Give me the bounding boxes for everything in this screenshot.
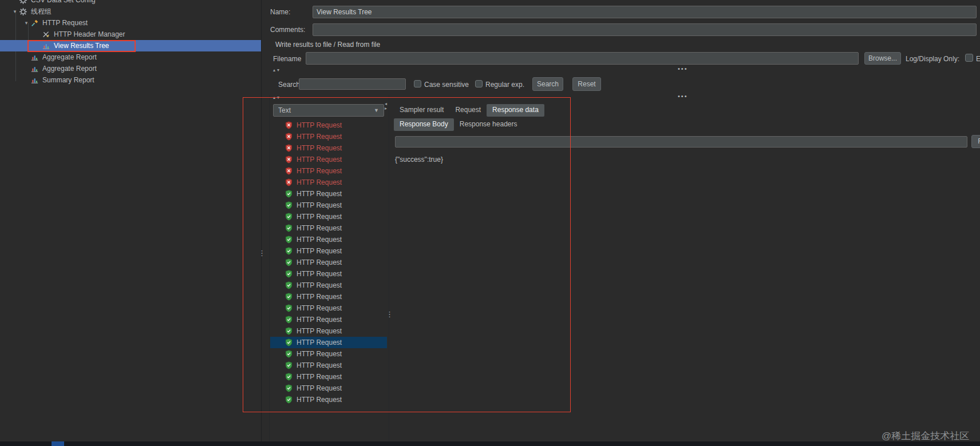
chevron-down-icon: ▼ [374,107,379,113]
shield-ok-icon [285,316,293,324]
subtab-response-headers[interactable]: Response headers [454,118,523,131]
result-item[interactable]: HTTP Request [270,154,387,165]
search-button[interactable]: Search [532,77,563,91]
subtab-response-body[interactable]: Response Body [394,118,454,131]
tree-item-label: Summary Report [42,76,94,84]
tree-item-http-request[interactable]: ▾HTTP Request [0,17,261,29]
results-panel-border [269,95,270,441]
result-item-label: HTTP Request [297,201,342,209]
result-item[interactable]: HTTP Request [270,211,387,222]
result-item[interactable]: HTTP Request [270,222,387,234]
write-results-section-label: Write results to file / Read from file [275,41,380,49]
result-item-label: HTTP Request [297,190,342,198]
result-item-label: HTTP Request [297,327,342,335]
browse-button[interactable]: Browse... [864,52,901,65]
sampler-icon [31,19,39,27]
errors-checkbox[interactable] [965,54,973,62]
result-item[interactable]: HTTP Request [270,280,387,291]
result-item-label: HTTP Request [297,361,342,369]
result-item[interactable]: HTTP Request [270,348,387,360]
tree-item-label: View Results Tree [54,42,109,50]
result-item[interactable]: HTTP Request [270,142,387,154]
shield-ok-icon [285,384,293,393]
splitter-handle-dots[interactable]: ••• [678,93,688,99]
result-item[interactable]: HTTP Request [270,371,387,383]
reset-button[interactable]: Reset [572,77,601,91]
result-item-label: HTTP Request [297,396,342,404]
result-item[interactable]: HTTP Request [270,337,387,348]
name-input[interactable] [313,6,977,18]
shield-ok-icon [285,361,293,370]
main-splitter-grip-icon[interactable]: ⋮ [258,250,266,256]
tree-item-label: CSV Data Set Config [31,0,96,4]
main-splitter[interactable] [261,0,262,441]
tree-item-http-header-manager[interactable]: HTTP Header Manager [0,29,261,40]
result-item[interactable]: HTTP Request [270,177,387,188]
chevron-down-icon[interactable]: ▾ [22,20,31,26]
tree-item-summary-report[interactable]: Summary Report [0,74,261,86]
result-item[interactable]: HTTP Request [270,268,387,280]
result-item[interactable]: HTTP Request [270,188,387,200]
result-item[interactable]: HTTP Request [270,120,387,131]
shield-ok-icon [285,224,293,233]
tree-item-csv-data-set-config[interactable]: CSV Data Set Config [0,0,261,6]
result-item[interactable]: HTTP Request [270,383,387,394]
result-item[interactable]: HTTP Request [270,360,387,371]
result-item-label: HTTP Request [297,258,342,266]
result-item[interactable]: HTTP Request [270,291,387,302]
shield-ok-icon [285,373,293,381]
result-item-label: HTTP Request [297,133,342,141]
tree-item-view-results-tree[interactable]: View Results Tree [0,40,261,51]
shield-error-icon [285,156,293,164]
search-input[interactable] [299,78,406,90]
result-item[interactable]: HTTP Request [270,165,387,177]
shield-ok-icon [285,350,293,359]
tree-item-aggregate-report[interactable]: Aggregate Report [0,63,261,74]
shield-error-icon [285,144,293,153]
result-item[interactable]: HTTP Request [270,234,387,245]
shield-ok-icon [285,304,293,313]
result-item[interactable]: HTTP Request [270,394,387,405]
result-item[interactable]: HTTP Request [270,325,387,337]
shield-ok-icon [285,281,293,290]
tab-request[interactable]: Request [449,104,487,117]
results-filter-dropdown[interactable]: Text ▼ [273,104,384,117]
result-item-label: HTTP Request [297,247,342,255]
response-main-tabs: Sampler resultRequestResponse data [394,104,544,117]
response-search-input[interactable] [395,136,967,148]
response-body-text: {"success":true} [395,156,443,164]
tree-item-aggregate-report[interactable]: Aggregate Report [0,51,261,63]
header-manager-icon [42,30,51,38]
case-sensitive-label: Case sensitive [424,81,469,89]
result-item-label: HTTP Request [297,144,342,152]
chart-icon [31,65,39,73]
result-item[interactable]: HTTP Request [270,314,387,325]
result-item[interactable]: HTTP Request [270,257,387,268]
results-splitter[interactable] [389,95,389,441]
comments-input[interactable] [313,23,977,36]
splitter-collapse-icons[interactable]: ▴▾ [273,67,281,73]
shield-error-icon [285,178,293,187]
regular-exp-label: Regular exp. [485,81,524,89]
filename-input[interactable] [306,52,859,65]
result-item-label: HTTP Request [297,270,342,278]
splitter-collapse-icons[interactable]: ▴▾ [273,95,281,100]
chevron-down-icon[interactable]: ▾ [10,9,19,14]
results-splitter-collapse-icons[interactable]: ◂▸ [385,102,387,111]
chart-icon [31,76,39,84]
result-item[interactable]: HTTP Request [270,302,387,314]
tab-response-data[interactable]: Response data [487,104,544,117]
result-item[interactable]: HTTP Request [270,131,387,142]
shield-ok-icon [285,270,293,278]
case-sensitive-checkbox[interactable] [414,80,421,87]
find-button[interactable]: F [971,135,980,148]
result-item[interactable]: HTTP Request [270,200,387,211]
result-item[interactable]: HTTP Request [270,245,387,257]
tab-sampler-result[interactable]: Sampler result [394,104,449,117]
regular-exp-checkbox[interactable] [475,80,483,87]
tree-item-线程组[interactable]: ▾线程组 [0,6,261,17]
splitter-handle-dots[interactable]: ••• [678,65,688,72]
result-item-label: HTTP Request [297,339,342,347]
result-item-label: HTTP Request [297,304,342,312]
bottom-strip [0,441,980,446]
